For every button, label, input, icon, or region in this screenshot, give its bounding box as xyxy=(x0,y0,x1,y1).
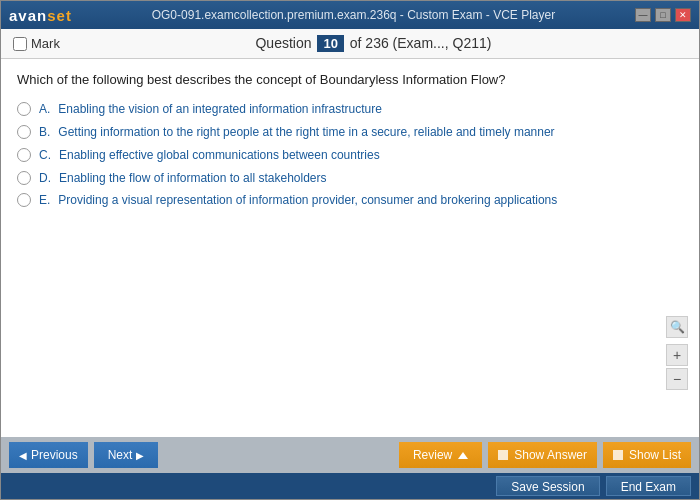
option-b-text: Getting information to the right people … xyxy=(58,124,554,141)
review-label: Review xyxy=(413,448,452,462)
radio-d[interactable] xyxy=(17,171,31,185)
show-list-label: Show List xyxy=(629,448,681,462)
main-content: Mark Question 10 of 236 (Exam..., Q211) … xyxy=(1,29,699,437)
option-c-letter: C. xyxy=(39,147,51,164)
save-session-label: Save Session xyxy=(511,480,584,494)
prev-chevron-icon: ◀ xyxy=(19,450,27,461)
mark-label: Mark xyxy=(31,36,60,51)
zoom-out-button[interactable]: − xyxy=(666,368,688,390)
question-total: of 236 (Exam..., Q211) xyxy=(350,35,492,51)
bottom-toolbar: ◀ Previous Next ▶ Review Show Answer Sho… xyxy=(1,437,699,499)
radio-a[interactable] xyxy=(17,102,31,116)
show-answer-icon xyxy=(498,450,508,460)
end-exam-button[interactable]: End Exam xyxy=(606,476,691,496)
option-a-text: Enabling the vision of an integrated inf… xyxy=(58,101,382,118)
radio-e[interactable] xyxy=(17,193,31,207)
app-logo: avanset xyxy=(9,7,72,24)
radio-c[interactable] xyxy=(17,148,31,162)
save-session-button[interactable]: Save Session xyxy=(496,476,599,496)
window-title: OG0-091.examcollection.premium.exam.236q… xyxy=(72,8,635,22)
option-b-letter: B. xyxy=(39,124,50,141)
app-window: avanset OG0-091.examcollection.premium.e… xyxy=(0,0,700,500)
review-arrow-icon xyxy=(458,452,468,459)
question-number: 10 xyxy=(317,35,343,52)
close-button[interactable]: ✕ xyxy=(675,8,691,22)
option-e-text: Providing a visual representation of inf… xyxy=(58,192,557,209)
next-chevron-icon: ▶ xyxy=(136,450,144,461)
review-button[interactable]: Review xyxy=(399,442,482,468)
question-label: Question xyxy=(255,35,311,51)
show-answer-label: Show Answer xyxy=(514,448,587,462)
option-c-text: Enabling effective global communications… xyxy=(59,147,380,164)
option-a[interactable]: A. Enabling the vision of an integrated … xyxy=(17,101,683,118)
next-label: Next xyxy=(108,448,133,462)
maximize-button[interactable]: □ xyxy=(655,8,671,22)
option-e-letter: E. xyxy=(39,192,50,209)
question-text: Which of the following best describes th… xyxy=(17,71,683,89)
title-bar-left: avanset xyxy=(9,7,72,24)
previous-button[interactable]: ◀ Previous xyxy=(9,442,88,468)
end-exam-label: End Exam xyxy=(621,480,676,494)
mark-container: Mark xyxy=(13,36,60,51)
show-list-button[interactable]: Show List xyxy=(603,442,691,468)
question-body: Which of the following best describes th… xyxy=(1,59,699,437)
zoom-in-button[interactable]: + xyxy=(666,344,688,366)
zoom-controls: 🔍 + − xyxy=(666,316,688,390)
option-c[interactable]: C. Enabling effective global communicati… xyxy=(17,147,683,164)
radio-b[interactable] xyxy=(17,125,31,139)
window-controls: — □ ✕ xyxy=(635,8,691,22)
question-header: Mark Question 10 of 236 (Exam..., Q211) xyxy=(1,29,699,59)
mark-checkbox[interactable] xyxy=(13,37,27,51)
option-e[interactable]: E. Providing a visual representation of … xyxy=(17,192,683,209)
title-bar: avanset OG0-091.examcollection.premium.e… xyxy=(1,1,699,29)
question-info: Question 10 of 236 (Exam..., Q211) xyxy=(60,35,687,52)
option-d-text: Enabling the flow of information to all … xyxy=(59,170,327,187)
toolbar-top: ◀ Previous Next ▶ Review Show Answer Sho… xyxy=(1,437,699,473)
zoom-search-icon[interactable]: 🔍 xyxy=(666,316,688,338)
show-answer-button[interactable]: Show Answer xyxy=(488,442,597,468)
option-d[interactable]: D. Enabling the flow of information to a… xyxy=(17,170,683,187)
prev-label: Previous xyxy=(31,448,78,462)
toolbar-bottom: Save Session End Exam xyxy=(1,473,699,499)
option-a-letter: A. xyxy=(39,101,50,118)
option-d-letter: D. xyxy=(39,170,51,187)
option-b[interactable]: B. Getting information to the right peop… xyxy=(17,124,683,141)
answer-options: A. Enabling the vision of an integrated … xyxy=(17,101,683,209)
show-list-icon xyxy=(613,450,623,460)
next-button[interactable]: Next ▶ xyxy=(94,442,159,468)
minimize-button[interactable]: — xyxy=(635,8,651,22)
